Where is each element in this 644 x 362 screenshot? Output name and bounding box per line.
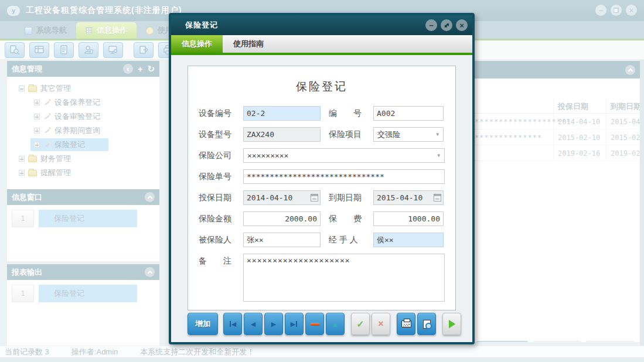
background-confirm-button[interactable]: ✓ — [532, 341, 582, 342]
tab-system-navigation[interactable]: 系统导航 — [15, 22, 76, 39]
grid-icon — [86, 27, 93, 34]
expand-expander-icon[interactable] — [19, 156, 25, 162]
edit-record-button[interactable]: ▲ — [326, 313, 345, 335]
collapse-up-icon[interactable] — [625, 65, 635, 75]
window-close-button[interactable]: × — [626, 5, 637, 16]
wand-icon — [43, 99, 51, 107]
report-list: 1 保险登记 — [7, 280, 159, 346]
dialog-tab-info-operation[interactable]: 信息操作 — [171, 35, 223, 53]
user-button[interactable] — [79, 42, 98, 58]
wand-icon — [43, 141, 51, 149]
background-cancel-button[interactable]: × — [585, 341, 635, 342]
collapse-up-icon[interactable] — [145, 267, 155, 277]
chevron-down-icon[interactable]: ▼ — [436, 153, 441, 158]
remark-textarea[interactable]: ×××××××××××××××××××× — [243, 254, 445, 302]
last-record-button[interactable]: ▶ — [285, 313, 304, 335]
company-select[interactable]: ××××××××× ▼ — [243, 148, 445, 163]
document-view-button[interactable] — [54, 42, 74, 58]
report-panel-header: 报表输出 — [7, 264, 159, 280]
dialog-maximize-button[interactable] — [441, 19, 452, 31]
expand-expander-icon[interactable] — [34, 100, 40, 105]
premium-input[interactable] — [373, 211, 444, 226]
insured-label: 被保险人 — [199, 235, 243, 245]
sidebar: 信息管理 ‹ + ↻ 其它管理 设备保养登记 设备审验登记 保养期间查询 保险登… — [7, 61, 159, 346]
expand-expander-icon[interactable] — [19, 170, 25, 176]
tab-info-operation[interactable]: 信息操作 — [76, 22, 137, 39]
confirm-button[interactable]: ✓ — [351, 313, 370, 335]
monitor-button[interactable] — [103, 42, 123, 58]
tree-item-insurance-register[interactable]: 保险登记 — [7, 138, 159, 152]
delete-record-button[interactable] — [305, 313, 324, 335]
handler-input[interactable] — [373, 233, 444, 247]
dialog-minimize-button[interactable]: − — [425, 19, 437, 31]
tree-item-reminder-management[interactable]: 提醒管理 — [7, 166, 159, 180]
cancel-button[interactable]: × — [372, 313, 390, 335]
expand-expander-icon[interactable] — [34, 128, 40, 134]
print-button[interactable] — [397, 313, 415, 335]
expand-expander-icon[interactable] — [34, 114, 40, 119]
dialog-tabbar: 信息操作 使用指南 — [171, 35, 472, 53]
tree-item-finance-management[interactable]: 财务管理 — [7, 152, 159, 166]
navigation-tree: 其它管理 设备保养登记 设备审验登记 保养期间查询 保险登记 财务管理 提醒管理 — [7, 77, 159, 189]
folder-icon — [28, 170, 37, 176]
policy-no-input[interactable] — [243, 169, 445, 184]
table-row[interactable]: 2019-02-16 2019-02 — [472, 145, 640, 161]
tree-item-inspection-register[interactable]: 设备审验登记 — [7, 110, 159, 124]
dialog-titlebar[interactable]: 保险登记 − × — [171, 15, 472, 35]
add-button[interactable]: 增加 — [188, 313, 218, 335]
vertical-scrollbar[interactable] — [640, 60, 644, 346]
add-node-icon[interactable]: + — [138, 64, 143, 74]
restore-icon — [614, 8, 619, 13]
insured-input[interactable] — [243, 233, 321, 247]
list-item[interactable]: 1 保险登记 — [12, 210, 159, 227]
dialog-toolbar: 增加 ◀ ◀ ▶ ▶ ▲ ✓ × — [188, 313, 463, 335]
start-date-input[interactable] — [243, 190, 321, 205]
table-row[interactable]: ************** 2015-02-10 2015-02 — [472, 129, 640, 145]
device-model-input[interactable] — [243, 127, 321, 142]
first-record-button[interactable]: ◀ — [223, 313, 242, 335]
dialog-tab-user-guide[interactable]: 使用指南 — [223, 35, 274, 53]
table-icon — [34, 45, 45, 55]
column-start-date[interactable]: 投保日期 — [558, 101, 588, 112]
table-view-button[interactable] — [29, 42, 49, 58]
status-message: 本系统支持二次开发和全新开发！ — [140, 347, 254, 357]
wand-icon — [43, 113, 51, 121]
collapse-left-icon[interactable]: ‹ — [123, 64, 133, 74]
tree-item-maintenance-register[interactable]: 设备保养登记 — [7, 95, 159, 110]
calendar-icon[interactable] — [434, 194, 441, 202]
insurance-item-select[interactable]: 交强险 ▼ — [373, 127, 444, 142]
column-end-date[interactable]: 到期日期 — [611, 101, 640, 112]
table-header: 投保日期 到期日期 — [472, 98, 640, 114]
prev-record-button[interactable]: ◀ — [244, 313, 263, 335]
background-edit-button[interactable]: ▲ — [476, 341, 529, 342]
calendar-icon[interactable] — [311, 194, 318, 202]
no-input[interactable] — [373, 106, 444, 121]
chevron-down-icon[interactable]: ▼ — [435, 132, 440, 137]
dialog-close-button[interactable]: × — [456, 19, 468, 31]
search-button[interactable] — [5, 42, 25, 58]
window-restore-button[interactable] — [611, 5, 622, 16]
search-icon — [9, 45, 20, 55]
print-preview-button[interactable] — [417, 313, 436, 335]
expand-expander-icon[interactable] — [34, 142, 40, 148]
window-minimize-button[interactable]: − — [595, 5, 606, 16]
collapse-expander-icon[interactable] — [19, 86, 25, 91]
triangle-up-icon: ▲ — [332, 320, 339, 328]
remark-label: 备 注 — [199, 256, 243, 267]
triangle-left-icon: ◀ — [251, 321, 255, 327]
premium-label: 保 费 — [329, 214, 373, 224]
next-record-button[interactable]: ▶ — [264, 313, 283, 335]
end-date-input[interactable] — [373, 190, 444, 205]
amount-input[interactable] — [243, 211, 321, 226]
collapse-up-icon[interactable] — [145, 192, 155, 202]
tree-item-maintenance-period-query[interactable]: 保养期间查询 — [7, 124, 159, 138]
refresh-icon[interactable]: ↻ — [147, 64, 155, 74]
list-item[interactable]: 1 保险登记 — [12, 285, 159, 302]
device-no-input[interactable] — [243, 106, 321, 121]
table-row[interactable]: ******************** 2014-04-10 2015-04 — [472, 114, 640, 129]
export-button[interactable] — [134, 42, 154, 58]
record-count: 当前记录数 3 — [5, 347, 49, 357]
triangle-right-icon: ▶ — [271, 321, 276, 327]
tree-item-other-management[interactable]: 其它管理 — [7, 81, 159, 95]
run-button[interactable] — [442, 313, 461, 335]
